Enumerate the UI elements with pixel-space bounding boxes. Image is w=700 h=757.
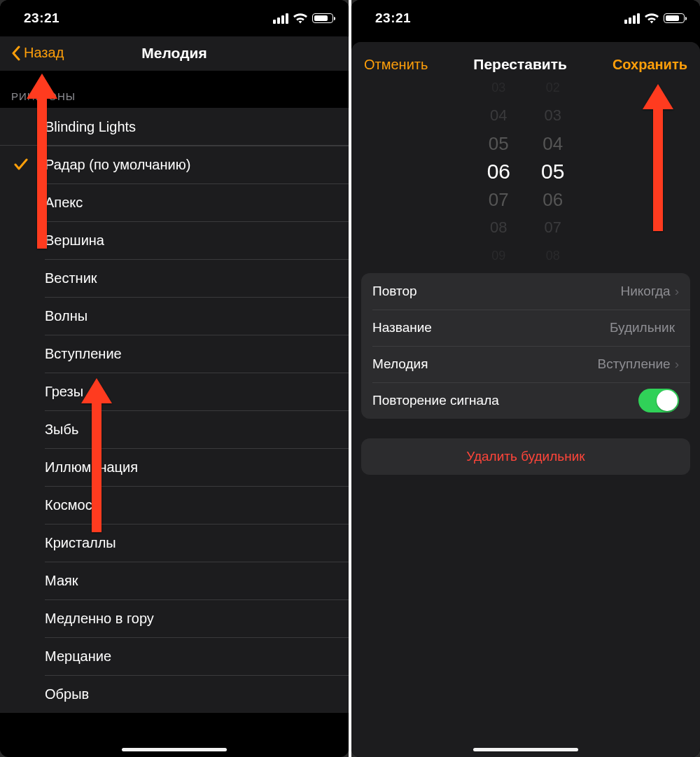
sound-row[interactable]: Волны	[0, 297, 349, 335]
minute-option[interactable]: 03	[544, 102, 561, 130]
delete-alarm-button[interactable]: Удалить будильник	[361, 438, 690, 475]
minute-option[interactable]: 05	[541, 158, 564, 186]
cancel-button[interactable]: Отменить	[364, 57, 428, 73]
sound-row[interactable]: Космос	[0, 486, 349, 524]
sound-row[interactable]: Кристаллы	[0, 524, 349, 562]
section-header: РИНГТОНЫ	[0, 71, 349, 108]
minute-column[interactable]: 02030405060708	[541, 74, 564, 270]
home-indicator	[122, 748, 227, 751]
alarm-options: Повтор Никогда › Название Будильник Мело…	[361, 273, 690, 419]
phone-left: 23:21 Назад Мелодия РИНГТОНЫ Blinding Li…	[0, 0, 349, 757]
sound-row[interactable]: Blinding Lights	[0, 108, 349, 146]
chevron-right-icon: ›	[675, 356, 679, 372]
status-time: 23:21	[375, 11, 411, 26]
sound-row[interactable]: Апекс	[0, 183, 349, 221]
snooze-toggle[interactable]	[638, 389, 679, 412]
sound-label: Медленно в гору	[45, 611, 337, 627]
status-right	[624, 13, 685, 24]
sound-label: Вступление	[45, 346, 337, 362]
sound-row[interactable]: Иллюминация	[0, 448, 349, 486]
status-bar: 23:21	[0, 0, 349, 36]
phone-right: 23:21 Отменить Переставить Сохранить 030…	[351, 0, 700, 757]
cellular-icon	[273, 13, 288, 24]
sound-label: Blinding Lights	[45, 119, 337, 135]
hour-option[interactable]: 05	[489, 130, 509, 158]
minute-option[interactable]: 02	[546, 74, 560, 102]
name-value: Будильник	[610, 320, 675, 335]
wifi-icon	[293, 13, 308, 24]
status-time: 23:21	[24, 11, 59, 26]
sound-label: Апекс	[45, 195, 337, 211]
modal-sheet: Отменить Переставить Сохранить 030405060…	[351, 42, 700, 757]
sound-row[interactable]: Вершина	[0, 221, 349, 259]
battery-icon	[664, 13, 685, 23]
repeat-row[interactable]: Повтор Никогда ›	[361, 273, 690, 310]
sound-row[interactable]: Мерцание	[0, 637, 349, 675]
sound-label: Мерцание	[45, 648, 337, 665]
sound-row[interactable]: Мелодия Вступление ›	[361, 346, 690, 382]
hour-option[interactable]: 03	[491, 74, 505, 102]
sound-label: Кристаллы	[45, 535, 337, 551]
chevron-right-icon: ›	[675, 284, 679, 299]
sound-label: Волны	[45, 308, 337, 324]
sound-label: Вестник	[45, 270, 337, 286]
hour-column[interactable]: 03040506070809	[487, 74, 510, 270]
hour-option[interactable]: 09	[491, 242, 505, 270]
snooze-label: Повторение сигнала	[372, 393, 638, 408]
minute-option[interactable]: 07	[544, 214, 561, 242]
hour-option[interactable]: 06	[487, 158, 510, 186]
back-label: Назад	[24, 45, 64, 61]
sound-label: Космос	[45, 497, 337, 513]
sound-label: Маяк	[45, 573, 337, 589]
sound-value: Вступление	[597, 356, 670, 372]
sound-row[interactable]: Грезы	[0, 373, 349, 410]
name-label: Название	[372, 320, 610, 335]
repeat-label: Повтор	[372, 284, 621, 299]
sound-row[interactable]: Вступление	[0, 335, 349, 373]
status-right	[273, 13, 333, 24]
minute-option[interactable]: 08	[546, 242, 560, 270]
sound-label: Зыбь	[45, 422, 337, 438]
page-title: Переставить	[473, 56, 567, 73]
name-row[interactable]: Название Будильник	[361, 310, 690, 346]
cellular-icon	[624, 13, 640, 24]
sound-row[interactable]: Зыбь	[0, 410, 349, 448]
sound-label: Вершина	[45, 232, 337, 249]
minute-option[interactable]: 04	[542, 130, 563, 158]
nav-bar: Отменить Переставить Сохранить	[351, 42, 700, 84]
sound-label: Обрыв	[45, 686, 337, 702]
home-indicator	[473, 748, 578, 751]
hour-option[interactable]: 08	[490, 214, 507, 242]
minute-option[interactable]: 06	[542, 186, 563, 214]
battery-icon	[312, 13, 333, 23]
sound-row[interactable]: Маяк	[0, 562, 349, 599]
hour-option[interactable]: 07	[489, 186, 509, 214]
back-button[interactable]: Назад	[11, 45, 64, 61]
checkmark-icon	[14, 158, 45, 171]
time-picker[interactable]: 03040506070809 02030405060708	[361, 91, 690, 252]
snooze-row: Повторение сигнала	[361, 382, 690, 419]
sound-label: Мелодия	[372, 356, 597, 372]
sound-list: Blinding LightsРадар (по умолчанию)Апекс…	[0, 108, 349, 713]
sound-label: Грезы	[45, 384, 337, 400]
sound-label: Иллюминация	[45, 459, 337, 475]
sound-row[interactable]: Вестник	[0, 259, 349, 297]
save-button[interactable]: Сохранить	[612, 57, 687, 73]
repeat-value: Никогда	[621, 284, 671, 299]
sound-row[interactable]: Обрыв	[0, 675, 349, 713]
sound-row[interactable]: Радар (по умолчанию)	[0, 146, 349, 183]
nav-bar: Назад Мелодия	[0, 36, 349, 71]
hour-option[interactable]: 04	[490, 102, 507, 130]
sound-label: Радар (по умолчанию)	[45, 157, 337, 173]
chevron-left-icon	[11, 46, 21, 61]
sounds-scroll[interactable]: РИНГТОНЫ Blinding LightsРадар (по умолча…	[0, 71, 349, 752]
sound-row[interactable]: Медленно в гору	[0, 599, 349, 637]
wifi-icon	[644, 13, 659, 24]
status-bar: 23:21	[351, 0, 700, 36]
